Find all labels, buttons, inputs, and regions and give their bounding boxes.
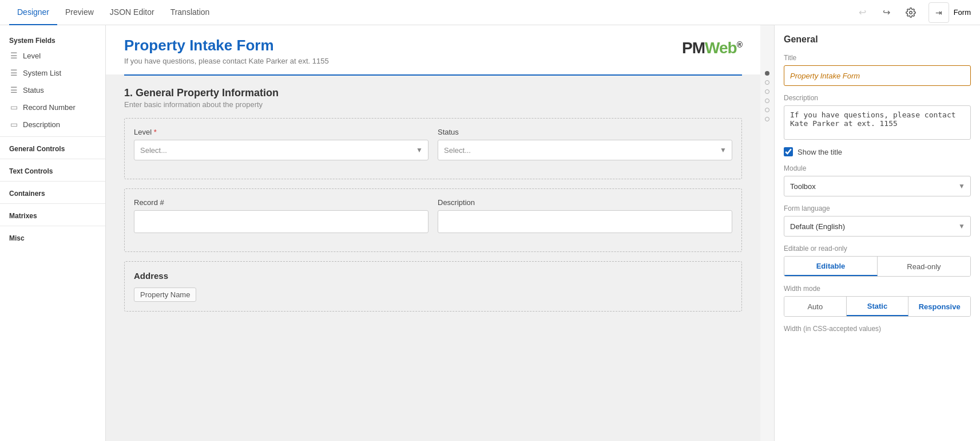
width-mode-label: Width mode [784, 285, 971, 293]
form-title-area: Property Intake Form If you have questio… [124, 37, 329, 74]
section-text-controls: Text Controls [0, 163, 105, 178]
width-css-label: Width (in CSS-accepted values) [784, 325, 971, 333]
panel-header: General [784, 34, 971, 45]
module-field-label: Module [784, 164, 971, 172]
section1-container: 1. General Property Information Enter ba… [106, 76, 760, 312]
sidebar-item-level[interactable]: ☰ Level [0, 47, 105, 64]
section-system-fields: System Fields [0, 32, 105, 47]
level-select-wrapper: Select... ▼ [134, 140, 428, 160]
status-label: Status [438, 128, 732, 136]
divider-2 [0, 159, 105, 159]
section1-subtitle: Enter basic information about the proper… [124, 100, 742, 109]
editable-field-label: Editable or read-only [784, 245, 971, 253]
list-icon-3: ☰ [9, 85, 18, 94]
width-responsive-button[interactable]: Responsive [908, 297, 970, 316]
show-title-label: Show the title [798, 148, 842, 156]
description-field: Description [438, 198, 732, 233]
svg-point-0 [909, 11, 912, 14]
show-title-row: Show the title [784, 147, 971, 156]
width-static-button[interactable]: Static [847, 297, 909, 316]
tab-preview[interactable]: Preview [57, 0, 102, 25]
logo-web: Web [705, 39, 737, 57]
form-language-select-wrapper: Default (English) ▼ [784, 216, 971, 237]
record-field: Record # [134, 198, 428, 233]
sidebar-item-status[interactable]: ☰ Status [0, 81, 105, 99]
dot-4[interactable] [765, 99, 769, 103]
title-input[interactable] [784, 65, 971, 86]
level-label: Level * [134, 128, 428, 136]
address-container: Address Property Name [124, 261, 742, 312]
description-textarea[interactable]: If you have questions, please contact Ka… [784, 105, 971, 140]
canvas-area: Property Intake Form If you have questio… [106, 25, 774, 441]
form-header: Property Intake Form If you have questio… [106, 25, 760, 74]
sidebar-item-description[interactable]: ▭ Description [0, 116, 105, 133]
input-icon-2: ▭ [9, 120, 18, 129]
section-containers: Containers [0, 185, 105, 200]
dot-5[interactable] [765, 108, 769, 112]
editable-readonly-group: Editable Read-only [784, 256, 971, 277]
undo-button[interactable]: ↩ [854, 4, 871, 21]
width-mode-group: Auto Static Responsive [784, 296, 971, 317]
pmweb-logo: PMWeb® [682, 39, 742, 57]
address-title: Address [134, 271, 732, 281]
description-input[interactable] [438, 210, 732, 233]
status-select-wrapper: Select... ▼ [438, 140, 732, 160]
level-required: * [154, 128, 157, 136]
logo-reg: ® [737, 40, 742, 49]
list-icon: ☰ [9, 51, 18, 60]
center-canvas: Property Intake Form If you have questio… [106, 25, 760, 441]
record-desc-container: Record # Description [124, 188, 742, 252]
collapse-panel-button[interactable]: ⇥ [929, 2, 949, 23]
description-field-label: Description [784, 94, 971, 102]
section-matrixes: Matrixes [0, 207, 105, 222]
dot-2[interactable] [765, 80, 769, 85]
form-language-label: Form language [784, 204, 971, 212]
show-title-checkbox[interactable] [784, 147, 793, 156]
divider-1 [0, 136, 105, 137]
editable-button[interactable]: Editable [784, 257, 878, 276]
sidebar-item-record-number[interactable]: ▭ Record Number [0, 99, 105, 116]
form-label: Form [954, 8, 971, 17]
top-nav: Designer Preview JSON Editor Translation… [0, 0, 980, 25]
level-select[interactable]: Select... [134, 140, 428, 160]
module-select-wrapper: Toolbox ▼ [784, 176, 971, 196]
sidebar-item-system-list[interactable]: ☰ System List [0, 64, 105, 81]
list-icon-2: ☰ [9, 68, 18, 77]
logo-pm: PM [682, 39, 705, 57]
dot-3[interactable] [765, 89, 769, 94]
address-property-name-tag[interactable]: Property Name [134, 288, 196, 302]
section-general-controls: General Controls [0, 140, 105, 155]
tab-translation[interactable]: Translation [162, 0, 218, 25]
divider-4 [0, 203, 105, 204]
side-dots [760, 25, 774, 441]
record-label: Record # [134, 198, 428, 207]
width-auto-button[interactable]: Auto [784, 297, 847, 316]
module-select[interactable]: Toolbox [784, 176, 971, 196]
dot-6[interactable] [765, 117, 769, 121]
redo-button[interactable]: ↪ [878, 4, 895, 21]
section1-header: 1. General Property Information Enter ba… [124, 87, 742, 109]
settings-button[interactable] [902, 4, 919, 21]
tab-json-editor[interactable]: JSON Editor [102, 0, 162, 25]
level-field: Level * Select... ▼ [134, 128, 428, 160]
record-input[interactable] [134, 210, 428, 233]
nav-icons: ↩ ↪ [854, 4, 919, 21]
dot-1[interactable] [765, 71, 769, 76]
form-subtitle: If you have questions, please contact Ka… [124, 57, 329, 65]
right-panel: General Title Description If you have qu… [774, 25, 980, 441]
main-layout: System Fields ☰ Level ☰ System List ☰ St… [0, 25, 980, 441]
level-status-container: Level * Select... ▼ Status [124, 118, 742, 179]
record-desc-row: Record # Description [134, 198, 732, 233]
tab-designer[interactable]: Designer [9, 0, 57, 25]
form-language-select[interactable]: Default (English) [784, 216, 971, 237]
status-field: Status Select... ▼ [438, 128, 732, 160]
readonly-button[interactable]: Read-only [878, 257, 970, 276]
input-icon: ▭ [9, 103, 18, 112]
description-label: Description [438, 198, 732, 207]
status-select[interactable]: Select... [438, 140, 732, 160]
left-sidebar: System Fields ☰ Level ☰ System List ☰ St… [0, 25, 106, 441]
section-misc: Misc [0, 230, 105, 245]
section1-title: 1. General Property Information [124, 87, 742, 99]
form-title: Property Intake Form [124, 37, 329, 54]
divider-5 [0, 226, 105, 226]
